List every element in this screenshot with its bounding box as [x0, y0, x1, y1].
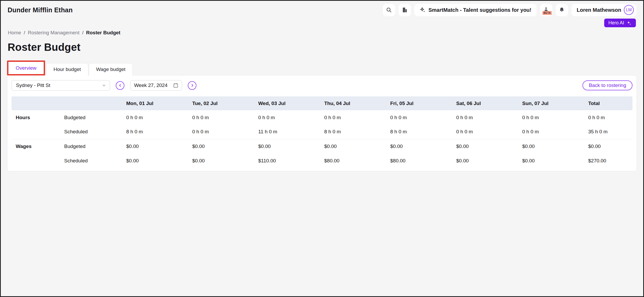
cell: 0 h 0 m	[188, 125, 254, 139]
row-group-label: Wages	[12, 139, 60, 153]
top-bar: Dunder Mifflin Ethan	[1, 1, 643, 17]
cell: $0.00	[122, 153, 188, 168]
notifications-button[interactable]	[556, 4, 568, 16]
row-type-label: Budgeted	[60, 110, 122, 125]
cell: $0.00	[188, 139, 254, 153]
cell: $110.00	[254, 153, 320, 168]
row-type-label: Budgeted	[60, 139, 122, 153]
cell: 8 h 0 m	[320, 125, 386, 139]
cell-total: 0 h 0 m	[584, 110, 632, 125]
filter-row: Sydney - Pitt St Week 27, 2024	[12, 79, 632, 91]
cell-total: 35 h 0 m	[584, 125, 632, 139]
topbar-actions: SmartMatch - Talent suggestions for you!…	[383, 4, 636, 16]
tab-bar: Overview Hour budget Wage budget	[7, 60, 637, 75]
beta-badge: BETA	[542, 11, 552, 15]
cell: 0 h 0 m	[320, 110, 386, 125]
smartmatch-label: SmartMatch - Talent suggestions for you!	[428, 7, 531, 13]
back-to-rostering-button[interactable]: Back to rostering	[582, 80, 632, 90]
table-row-hours-scheduled: Scheduled 8 h 0 m 0 h 0 m 11 h 0 m 8 h 0…	[12, 125, 632, 139]
previous-week-button[interactable]	[116, 81, 124, 90]
week-picker-input[interactable]: Week 27, 2024	[130, 80, 182, 91]
cell: 0 h 0 m	[188, 110, 254, 125]
cell: $0.00	[188, 153, 254, 168]
next-week-button[interactable]	[188, 81, 196, 90]
header-total: Total	[584, 96, 632, 110]
cell: $80.00	[320, 153, 386, 168]
chevron-left-icon	[118, 83, 122, 87]
cell: $0.00	[254, 139, 320, 153]
annotation-highlight-box: Overview	[7, 60, 45, 75]
app-window: Dunder Mifflin Ethan	[0, 0, 644, 297]
breadcrumb: Home / Rostering Management / Roster Bud…	[1, 27, 643, 36]
cell: $0.00	[518, 153, 584, 168]
header-thu: Thu, 04 Jul	[320, 96, 386, 110]
user-name: Loren Mathewson	[577, 7, 621, 13]
breadcrumb-current: Roster Budget	[86, 30, 120, 36]
cell: $0.00	[320, 139, 386, 153]
cell: 8 h 0 m	[386, 125, 452, 139]
breadcrumb-rostering-management[interactable]: Rostering Management	[28, 30, 80, 36]
bell-icon	[559, 7, 565, 13]
week-picker-value: Week 27, 2024	[134, 82, 167, 88]
page-title: Roster Budget	[1, 36, 643, 53]
cell: 0 h 0 m	[518, 125, 584, 139]
cell: $0.00	[452, 139, 518, 153]
header-fri: Fri, 05 Jul	[386, 96, 452, 110]
cell: 0 h 0 m	[518, 110, 584, 125]
table-row-wages-budgeted: Wages Budgeted $0.00 $0.00 $0.00 $0.00 $…	[12, 139, 632, 153]
search-icon	[386, 7, 392, 13]
header-blank	[60, 96, 122, 110]
labs-button[interactable]: BETA	[540, 4, 552, 16]
cell-total: $270.00	[584, 153, 632, 168]
cell: $0.00	[386, 139, 452, 153]
cell-total: $0.00	[584, 139, 632, 153]
org-name: Dunder Mifflin Ethan	[8, 6, 73, 14]
hero-ai-label: Hero AI	[608, 20, 624, 26]
row-group-label	[12, 125, 60, 139]
breadcrumb-home[interactable]: Home	[8, 30, 21, 36]
header-sun: Sun, 07 Jul	[518, 96, 584, 110]
location-select[interactable]: Sydney - Pitt St	[12, 80, 110, 91]
roster-budget-table: Mon, 01 Jul Tue, 02 Jul Wed, 03 Jul Thu,…	[12, 96, 632, 168]
cell: 0 h 0 m	[386, 110, 452, 125]
cell: 0 h 0 m	[452, 125, 518, 139]
table-row-hours-budgeted: Hours Budgeted 0 h 0 m 0 h 0 m 0 h 0 m 0…	[12, 110, 632, 125]
content-panel: Sydney - Pitt St Week 27, 2024	[7, 75, 637, 171]
row-group-label	[12, 153, 60, 168]
header-blank	[12, 96, 60, 110]
row-type-label: Scheduled	[60, 125, 122, 139]
location-select-value: Sydney - Pitt St	[16, 82, 50, 88]
user-menu-button[interactable]: Loren Mathewson LM	[571, 4, 636, 16]
row-group-label: Hours	[12, 110, 60, 125]
row-type-label: Scheduled	[60, 153, 122, 168]
cell: $0.00	[122, 139, 188, 153]
company-switcher-button[interactable]	[399, 4, 411, 16]
cell: 11 h 0 m	[254, 125, 320, 139]
table-row-wages-scheduled: Scheduled $0.00 $0.00 $110.00 $80.00 $80…	[12, 153, 632, 168]
table-header-row: Mon, 01 Jul Tue, 02 Jul Wed, 03 Jul Thu,…	[12, 96, 632, 110]
header-wed: Wed, 03 Jul	[254, 96, 320, 110]
header-mon: Mon, 01 Jul	[122, 96, 188, 110]
tab-overview[interactable]: Overview	[8, 62, 44, 74]
header-tue: Tue, 02 Jul	[188, 96, 254, 110]
building-icon	[401, 7, 408, 13]
hero-ai-row: Hero AI	[1, 17, 643, 27]
cell: $0.00	[518, 139, 584, 153]
hero-ai-button[interactable]: Hero AI	[604, 19, 636, 27]
chevron-right-icon	[190, 83, 194, 87]
smartmatch-button[interactable]: SmartMatch - Talent suggestions for you!	[414, 4, 537, 16]
cell: 0 h 0 m	[254, 110, 320, 125]
sparkle-icon	[420, 7, 426, 13]
header-sat: Sat, 06 Jul	[452, 96, 518, 110]
tab-wage-budget[interactable]: Wage budget	[89, 63, 133, 75]
cell: $0.00	[452, 153, 518, 168]
calendar-icon	[173, 82, 179, 88]
avatar: LM	[624, 5, 634, 15]
breadcrumb-separator: /	[24, 30, 25, 36]
tab-hour-budget[interactable]: Hour budget	[46, 63, 88, 75]
search-button[interactable]	[383, 4, 395, 16]
sparkle-icon	[626, 20, 632, 26]
cell: $80.00	[386, 153, 452, 168]
cell: 8 h 0 m	[122, 125, 188, 139]
cell: 0 h 0 m	[452, 110, 518, 125]
